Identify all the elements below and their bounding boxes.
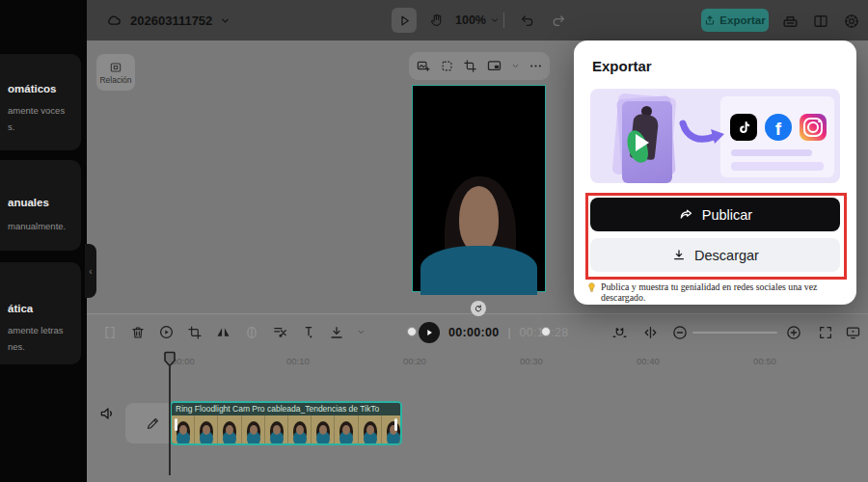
undo-button[interactable] [515,8,540,33]
playhead-line [169,365,171,475]
timeline-ruler[interactable]: 00:00 00:10 00:20 00:30 00:40 00:50 [87,350,868,373]
settings-button[interactable] [839,9,864,34]
resize-handle-bottom-right[interactable] [541,327,551,336]
add-media-icon[interactable] [416,59,431,74]
zoom-in-icon[interactable] [785,324,802,341]
facebook-icon [765,114,792,141]
sidebar-card-auto-lyrics[interactable]: ática amente letrasnes. [0,262,81,364]
tiktok-icon [730,114,757,141]
clip-thumbnail [195,415,218,445]
track-mute-button[interactable] [98,404,118,423]
canvas-zoom-select[interactable]: 100% [455,0,500,40]
card-title: ática [8,303,81,314]
captions-sidebar: omáticos amente vocess. anuales manualme… [0,0,87,482]
download-clip-icon[interactable] [329,325,344,340]
export-button[interactable]: Exportar [701,9,769,32]
download-icon [671,248,687,263]
track-display-icon[interactable] [845,324,861,340]
clip-thumbnail [335,415,358,445]
select-tool-button[interactable] [392,8,417,33]
clip-thumbnail [312,415,335,445]
sidebar-collapse-handle[interactable]: ‹ [85,244,96,298]
redo-button[interactable] [546,8,571,33]
ruler-label: 00:40 [637,356,660,366]
divide-clips-icon[interactable] [642,324,659,340]
hand-tool-button[interactable] [424,8,449,33]
card-desc: amente vocess. [8,102,81,135]
play-around-icon[interactable] [158,324,175,340]
delete-icon[interactable] [130,325,146,340]
timeline-panel: 00:00:00 | 00:19:28 00:00 00:10 00:20 00… [87,313,868,482]
crop-clip-icon[interactable] [187,325,203,340]
clip-thumbnail [242,415,265,445]
render-queue-icon [781,13,800,31]
project-menu[interactable]: 202603111752 [106,0,231,40]
sidebar-card-auto-captions[interactable]: omáticos amente vocess. [0,54,81,150]
publish-button[interactable]: Publicar [590,198,840,231]
play-button[interactable] [419,322,440,343]
ruler-label: 00:10 [286,356,310,366]
mirror-icon[interactable] [215,324,231,340]
export-queue-button[interactable] [777,9,802,34]
picture-in-picture-icon[interactable] [486,58,502,74]
split-layout-button[interactable] [808,9,833,34]
clip-thumbnail [359,415,382,445]
export-illustration [590,89,840,183]
clip-filmstrip [172,415,400,445]
export-hint-text: Publica y muestra tu genialidad en redes… [601,281,847,303]
topbar-divider [503,13,504,28]
rotate-handle[interactable] [471,301,486,316]
card-title: omáticos [8,83,81,94]
clip-thumbnail [218,415,241,445]
download-button[interactable]: Descargar [590,238,840,272]
download-button-label: Descargar [694,248,759,263]
chevron-down-icon [220,15,231,26]
contrast-icon[interactable] [244,325,259,340]
cursor-icon [397,13,412,28]
fit-timeline-icon[interactable] [818,325,833,340]
play-triangle-icon [636,134,649,151]
clip-trim-handle-left[interactable] [175,418,177,431]
placeholder-bar [731,162,824,171]
ruler-label: 00:50 [753,356,776,366]
hand-icon [429,13,445,28]
video-preview[interactable] [412,85,546,292]
share-arrow-icon [678,206,694,223]
cloud-icon [106,13,122,29]
clip-context-toolbar [409,52,550,80]
timeline-zoom-slider[interactable] [692,332,777,334]
ruler-label: 00:30 [520,356,543,366]
smart-split-icon[interactable] [272,324,288,340]
instagram-icon [800,114,827,141]
split-clip-icon[interactable] [102,325,118,340]
publish-button-label: Publicar [702,207,752,223]
clip-thumbnail [382,415,402,445]
layout-split-icon [812,13,829,30]
export-hint: Publica y muestra tu genialidad en redes… [586,281,847,303]
ratio-icon [109,61,122,74]
caption-split-icon[interactable] [301,325,316,340]
card-desc: amente letrasnes. [8,322,81,355]
chevron-down-icon[interactable] [511,62,520,70]
redo-icon [551,13,566,28]
chevron-down-icon[interactable] [357,328,366,336]
clip-trim-handle-right[interactable] [394,418,397,431]
snap-magnet-icon[interactable] [611,324,628,340]
export-dialog: Exportar Publicar Des [574,40,856,305]
zoom-out-icon[interactable] [671,324,689,341]
aspect-ratio-button[interactable]: Relación [96,54,135,91]
subject-face [459,186,499,252]
current-time: 00:00:00 [448,326,499,339]
upload-icon [704,14,716,26]
subject-shirt [420,246,537,295]
project-name: 202603111752 [130,13,212,28]
crop-icon[interactable] [463,59,477,73]
card-desc: manualmente. [8,218,81,234]
topbar: 202603111752 100% Exportar [87,0,868,40]
video-clip[interactable]: Ring Floodlight Cam Pro cableada_Tendenc… [170,401,402,445]
undo-icon [520,13,535,28]
canvas-frame-icon[interactable] [440,59,454,73]
resize-handle-bottom-left[interactable] [407,327,417,336]
more-options-icon[interactable] [529,59,543,73]
sidebar-card-manual-captions[interactable]: anuales manualmente. [0,160,81,251]
